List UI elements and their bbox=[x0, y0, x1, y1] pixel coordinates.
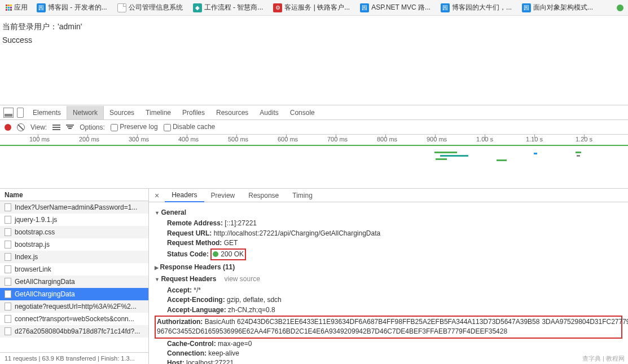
record-icon[interactable] bbox=[5, 124, 11, 131]
request-row[interactable]: GetAllChargingData bbox=[0, 276, 148, 288]
request-name: jquery-1.9.1.js bbox=[15, 216, 57, 224]
service-icon: ⚙ bbox=[273, 3, 282, 12]
cnblogs-icon: 园 bbox=[441, 3, 450, 12]
doc-icon bbox=[5, 290, 11, 298]
request-row[interactable]: Index?UserName=admin&Password=1... bbox=[0, 201, 148, 214]
request-detail: × Headers Preview Response Timing Genera… bbox=[149, 189, 628, 364]
request-row[interactable]: browserLink bbox=[0, 263, 148, 276]
apps-button[interactable]: 应用 bbox=[2, 2, 31, 14]
request-row[interactable]: negotiate?requestUrl=http%3A%2F%2... bbox=[0, 300, 148, 313]
doc-icon bbox=[5, 216, 11, 224]
teal-icon: ◆ bbox=[193, 3, 202, 12]
view-label: View: bbox=[30, 123, 47, 131]
headers-body: General Remote Address: [::1]:27221 Requ… bbox=[149, 202, 628, 364]
timeline-tick-label: 800 ms bbox=[377, 136, 397, 143]
tab-timeline[interactable]: Timeline bbox=[140, 106, 177, 119]
tab-elements[interactable]: Elements bbox=[27, 106, 67, 119]
close-detail-icon[interactable]: × bbox=[149, 191, 165, 200]
devtools-body: Name Index?UserName=admin&Password=1...j… bbox=[0, 189, 628, 364]
timeline-tick-label: 200 ms bbox=[79, 136, 99, 143]
request-row[interactable]: Index.js bbox=[0, 251, 148, 263]
login-user-text: 当前登录用户：'admin' bbox=[2, 20, 626, 34]
doc-icon bbox=[5, 278, 11, 286]
tab-network[interactable]: Network bbox=[67, 106, 104, 119]
device-icon[interactable] bbox=[17, 108, 24, 118]
list-view-icon[interactable] bbox=[52, 125, 60, 130]
watermark-text: 查字典 | 教程网 bbox=[582, 354, 625, 363]
request-name: bootstrap.js bbox=[15, 241, 50, 248]
status-ok-dot-icon bbox=[213, 251, 218, 257]
general-section[interactable]: General bbox=[155, 208, 622, 217]
status-dot-icon bbox=[617, 5, 623, 11]
request-list: Name Index?UserName=admin&Password=1...j… bbox=[0, 189, 149, 364]
timeline-tick-label: 700 ms bbox=[327, 136, 348, 143]
dock-icon[interactable] bbox=[3, 108, 14, 118]
network-toolbar: View: Options: Preserve log Disable cach… bbox=[0, 120, 628, 135]
bookmark-item[interactable]: 园面向对象架构模式... bbox=[517, 2, 598, 14]
request-row[interactable]: bootstrap.js bbox=[0, 238, 148, 251]
disable-cache-checkbox[interactable]: Disable cache bbox=[164, 123, 216, 131]
request-name: Index?UserName=admin&Password=1... bbox=[15, 203, 137, 211]
timeline-tick-label: 400 ms bbox=[178, 136, 199, 143]
detail-tab-response[interactable]: Response bbox=[241, 189, 286, 202]
tab-audits[interactable]: Audits bbox=[254, 106, 284, 119]
request-name: browserLink bbox=[15, 265, 51, 273]
detail-tab-headers[interactable]: Headers bbox=[165, 189, 204, 202]
network-status-bar: 11 requests | 63.9 KB transferred | Fini… bbox=[0, 352, 148, 364]
response-headers-section[interactable]: Response Headers (11) bbox=[155, 263, 622, 272]
request-row[interactable]: connect?transport=webSockets&conn... bbox=[0, 313, 148, 325]
request-row[interactable]: d276a20580804bb9a718d87fc71c14fd?... bbox=[0, 325, 148, 338]
apps-label: 应用 bbox=[14, 3, 28, 12]
request-name: GetAllChargingData bbox=[15, 278, 75, 286]
timeline-tick-label: 600 ms bbox=[278, 136, 298, 143]
page-content: 当前登录用户：'admin' Success bbox=[0, 16, 628, 52]
doc-icon bbox=[5, 303, 11, 310]
tab-console[interactable]: Console bbox=[284, 106, 320, 119]
tab-resources[interactable]: Resources bbox=[210, 106, 254, 119]
request-row[interactable]: bootstrap.css bbox=[0, 226, 148, 238]
cnblogs-icon: 园 bbox=[360, 3, 369, 12]
devtools-panel: Elements Network Sources Timeline Profil… bbox=[0, 105, 628, 364]
detail-tabs: × Headers Preview Response Timing bbox=[149, 189, 628, 202]
tab-profiles[interactable]: Profiles bbox=[177, 106, 210, 119]
request-name: GetAllChargingData bbox=[15, 290, 75, 298]
request-name: d276a20580804bb9a718d87fc71c14fd?... bbox=[15, 327, 140, 335]
success-text: Success bbox=[2, 34, 626, 47]
timeline-tick-label: 100 ms bbox=[29, 136, 50, 143]
clear-icon[interactable] bbox=[17, 123, 25, 131]
doc-icon bbox=[5, 265, 11, 273]
doc-icon bbox=[5, 241, 11, 248]
bookmark-item[interactable]: 公司管理信息系统 bbox=[113, 2, 187, 14]
request-headers-section[interactable]: Request Headersview source bbox=[155, 274, 622, 284]
doc-icon bbox=[5, 228, 11, 236]
bookmark-item[interactable]: 园博客园的大牛们，... bbox=[436, 2, 516, 14]
request-name: connect?transport=webSockets&conn... bbox=[15, 315, 134, 323]
doc-icon bbox=[5, 253, 11, 261]
apps-grid-icon bbox=[6, 5, 12, 11]
detail-tab-timing[interactable]: Timing bbox=[286, 189, 319, 202]
doc-icon bbox=[5, 203, 11, 211]
cnblogs-icon: 园 bbox=[522, 3, 531, 12]
name-column-header[interactable]: Name bbox=[0, 189, 148, 201]
filter-icon[interactable] bbox=[66, 125, 74, 130]
preserve-log-checkbox[interactable]: Preserve log bbox=[111, 123, 158, 131]
bookmark-item[interactable]: 园博客园 - 开发者的... bbox=[32, 2, 112, 14]
request-name: negotiate?requestUrl=http%3A%2F%2... bbox=[15, 303, 137, 310]
view-source-link[interactable]: view source bbox=[224, 275, 260, 283]
bookmark-item[interactable]: 园ASP.NET MVC 路... bbox=[355, 2, 435, 14]
request-name: bootstrap.css bbox=[15, 228, 55, 236]
authorization-highlight: Authorization: BasicAuth 624D43D6C3B21EE… bbox=[155, 316, 622, 339]
status-code-highlight: 200 OK bbox=[210, 248, 246, 260]
timeline-tick-label: 900 ms bbox=[427, 136, 447, 143]
devtools-tabs: Elements Network Sources Timeline Profil… bbox=[0, 105, 628, 120]
network-timeline[interactable]: 100 ms200 ms300 ms400 ms500 ms600 ms700 … bbox=[0, 135, 628, 189]
request-row[interactable]: GetAllChargingData bbox=[0, 288, 148, 300]
options-label: Options: bbox=[80, 123, 105, 131]
bookmarks-bar: 应用 园博客园 - 开发者的... 公司管理信息系统 ◆工作流程 - 智慧商..… bbox=[0, 0, 628, 16]
doc-icon bbox=[5, 327, 11, 335]
request-row[interactable]: jquery-1.9.1.js bbox=[0, 214, 148, 226]
tab-sources[interactable]: Sources bbox=[104, 106, 140, 119]
bookmark-item[interactable]: ⚙客运服务 | 铁路客户... bbox=[269, 2, 354, 14]
bookmark-item[interactable]: ◆工作流程 - 智慧商... bbox=[188, 2, 268, 14]
detail-tab-preview[interactable]: Preview bbox=[204, 189, 242, 202]
